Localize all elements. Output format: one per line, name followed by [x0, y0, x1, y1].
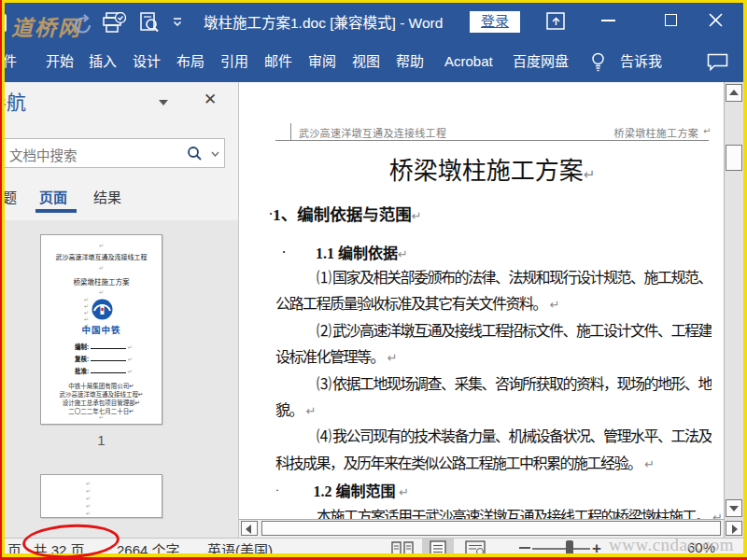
ribbon-tab-12[interactable]: 百度网盘 [513, 41, 569, 82]
login-button[interactable]: 登录 [470, 11, 520, 33]
ribbon-tab-9[interactable]: 视图 [352, 41, 380, 82]
ribbon-tab-7[interactable]: 邮件 [264, 41, 292, 82]
thumbnail-form-row: 复核: ↵ [75, 354, 133, 363]
pilcrow-mark: ↵ [703, 126, 711, 136]
watermark-daoqiao: 道桥网 [11, 10, 81, 42]
undo-icon[interactable] [73, 14, 93, 35]
watermark-cndao: www.cndao.com [609, 535, 734, 555]
page-thumbnail-1[interactable]: ↵ 武沙高速洋墩互通及连接线工程 ↵ 桥梁墩柱施工方案 ↵ ↵↵↵↵↵ 中国中铁… [40, 234, 162, 425]
zoom-slider-track[interactable] [532, 548, 590, 550]
doc-title: 桥梁墩柱施工方案↵ [275, 151, 709, 186]
ribbon-tab-5[interactable]: 布局 [176, 41, 204, 82]
doc-paragraph-line: ⑷ 我公司现有的技术装备力量、机械设备状况、管理水平、工法及 [275, 424, 712, 450]
ribbon-tab-8[interactable]: 审阅 [308, 41, 336, 82]
nav-tab-pages[interactable]: 页面 [39, 187, 67, 206]
window-title: 墩柱施工方案1.doc [兼容模式] - Word [204, 11, 443, 32]
doc-body: ⑴ 国家及相关部委颁布的法律、法规和现行设计规范、施工规范、公路工程质量验收标准… [275, 265, 712, 530]
border-right [743, 0, 747, 560]
thumbnail-form-row: 批准: ↵ [75, 366, 133, 375]
thumbnail-area: ↵ 武沙高速洋墩互通及连接线工程 ↵ 桥梁墩柱施工方案 ↵ ↵↵↵↵↵ 中国中铁… [0, 220, 238, 538]
ribbon-tab-10[interactable]: 帮助 [396, 41, 424, 82]
search-options-chevron-icon[interactable] [211, 151, 219, 158]
doc-header-right: 桥梁墩柱施工方案 [275, 125, 698, 140]
ribbon-tab-6[interactable]: 引用 [220, 41, 248, 82]
word-window: 墩柱施工方案1.doc [兼容模式] - Word 登录 文件开始插入设计布局引… [0, 0, 747, 560]
quick-print-icon[interactable] [102, 12, 126, 35]
scroll-right-button[interactable] [726, 521, 742, 536]
feedback-comment-icon[interactable] [707, 53, 728, 71]
nav-tab-results[interactable]: 结果 [93, 187, 121, 206]
ribbon-tab-4[interactable]: 设计 [133, 41, 161, 82]
doc-heading2: ·1.1 编制依据↵ [282, 241, 408, 263]
border-left [2, 0, 5, 560]
tell-me-tab[interactable]: 告诉我 [620, 41, 662, 82]
vertical-scroll-thumb[interactable] [726, 145, 742, 171]
tell-me-lightbulb-icon [591, 52, 605, 72]
doc-paragraph-line: 科技成果，及历年来在类似公路工程施工中积累的施工经验。 ↵ [275, 451, 712, 477]
ribbon-tab-3[interactable]: 插入 [89, 41, 117, 82]
nav-active-tab-underline [35, 209, 77, 213]
border-top [0, 0, 747, 3]
customize-qat-icon[interactable] [172, 18, 183, 27]
page-thumbnail-2[interactable]: ↵↵↵↵↵ [40, 474, 162, 518]
doc-paragraph-line: ⑶ 依据工地现场调查、采集、咨询所获取的资料，现场的地形、地 [275, 371, 712, 398]
title-bar: 墩柱施工方案1.doc [兼容模式] - Word 登录 [0, 0, 747, 41]
search-icon[interactable] [187, 146, 203, 161]
doc-paragraph-line: 貌。 ↵ [275, 398, 712, 424]
ribbon-tab-11[interactable]: Acrobat [444, 41, 493, 82]
maximize-button[interactable] [665, 14, 677, 26]
document-area: 武沙高速洋墩互通及连接线工程 桥梁墩柱施工方案 ↵ 桥梁墩柱施工方案↵ ·1、编… [239, 82, 743, 538]
thumbnail-form-row: 编制: ↵ [75, 342, 133, 351]
scroll-left-button[interactable] [241, 521, 258, 536]
nav-search-box[interactable]: 文档中搜索 [0, 138, 225, 168]
close-button[interactable] [708, 12, 724, 28]
pilcrow-column: ↵↵↵↵↵ [86, 480, 91, 517]
scroll-down-button[interactable] [726, 499, 742, 517]
ribbon-tab-2[interactable]: 开始 [46, 41, 74, 82]
horizontal-scroll-thumb[interactable] [261, 521, 721, 536]
china-railway-logo [92, 299, 113, 320]
ribbon-display-options-icon[interactable] [546, 12, 566, 31]
doc-header-tick [290, 123, 291, 140]
doc-paragraph-line: 公路工程质量验收标准及其它有关文件资料。 ↵ [275, 291, 712, 317]
nav-search-placeholder: 文档中搜索 [9, 145, 78, 164]
doc-heading3: ·1.2 编制范围 ↵ [275, 477, 712, 503]
border-left-red [0, 0, 2, 560]
doc-heading1: ·1、编制依据与范围↵ [269, 202, 422, 225]
nav-pane-close-icon[interactable]: ✕ [204, 90, 217, 109]
doc-header-rule [275, 140, 709, 141]
doc-paragraph-line: 设标准化管理等。 ↵ [275, 344, 712, 371]
minimize-button[interactable] [601, 20, 615, 21]
navigation-pane: 导航 ✕ 文档中搜索 标题 页面 结果 ↵ 武沙高速洋墩互通及连接线工程 ↵ 桥… [0, 82, 239, 538]
page-thumbnail-1-number: 1 [40, 432, 162, 448]
doc-paragraph-line: ⑵ 武沙高速洋墩互通及接线工程招标文件、施工设计文件、工程建 [275, 318, 712, 344]
nav-pane-menu-arrow-icon[interactable] [159, 100, 168, 105]
ribbon-tab-bar: 文件开始插入设计布局引用邮件审阅视图帮助Acrobat百度网盘 告诉我 [0, 41, 747, 82]
doc-paragraph-line: ⑴ 国家及相关部委颁布的法律、法规和现行设计规范、施工规范、 [275, 265, 712, 291]
zoom-out-button[interactable] [519, 547, 530, 549]
scroll-up-button[interactable] [726, 84, 742, 102]
print-preview-icon[interactable] [138, 12, 161, 35]
